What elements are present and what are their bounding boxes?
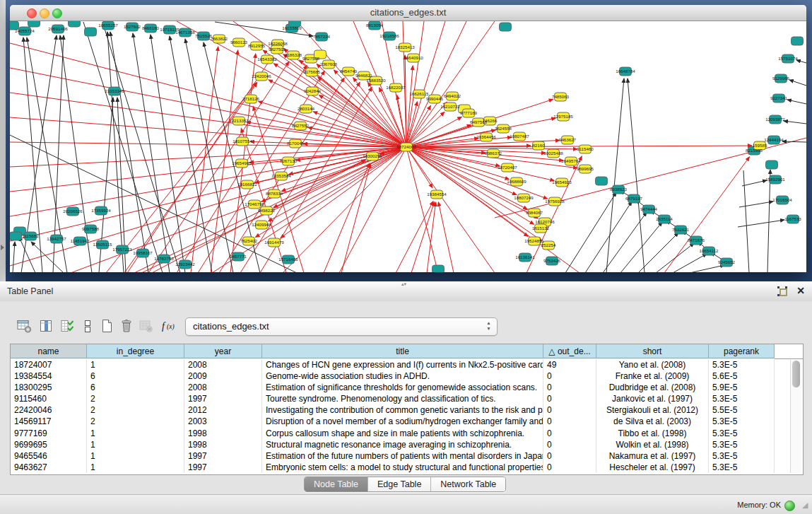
table-cell: 22420046 [11,404,87,416]
graph-node-label: 19166822 [237,182,257,187]
import-table-disabled-icon[interactable] [138,318,155,334]
graph-node-label: 7485063 [552,94,570,99]
tab-network-table[interactable]: Network Table [431,477,505,491]
graph-node-label: 1527602 [124,24,141,29]
graph-node[interactable] [10,232,22,240]
function-icon[interactable]: f(x) [160,318,177,334]
column-header-name[interactable]: name [11,344,87,358]
graph-node-label: 10807487 [510,134,529,139]
table-cell: Dudbridge et al. (2008) [596,382,709,393]
graph-node-label: 24055724 [15,28,35,33]
column-header-pagerank[interactable]: pagerank [709,344,775,358]
graph-node-label: 6879197 [625,196,643,201]
graph-node-label: 18724007 [396,144,416,149]
graph-node-label: 9097588 [82,226,100,231]
graph-node-label: 16822037 [386,85,406,90]
table-cell: 5.9E-5 [709,382,775,393]
panel-expander-icon[interactable] [1,245,4,250]
graph-node[interactable] [28,21,40,27]
graph-node-label: 7986372 [485,151,502,156]
graph-node-label: 20364456 [476,134,496,139]
table-cell: 9463627 [11,462,87,473]
memory-status-icon[interactable] [784,501,795,511]
graph-node-label: 9457771 [230,254,247,259]
table-cell: 1 [87,428,184,439]
table-cell: 14569117 [11,416,87,427]
column-header-short[interactable]: short [596,344,709,358]
table-cell: 5.5E-5 [709,404,775,416]
table-row[interactable]: 946554611997Estimation of the future num… [11,450,803,462]
network-canvas[interactable]: 2405572420691406106552571527602846616010… [10,21,806,272]
graph-node[interactable] [792,37,804,45]
graph-node[interactable] [433,265,445,272]
graph-node-label: 18107554 [233,139,252,144]
table-check-icon[interactable] [59,318,76,334]
table-cell: 5.3E-5 [709,416,775,427]
table-cell: Yano et al. (2008) [596,359,709,370]
graph-node[interactable] [766,160,778,169]
table-row[interactable]: 911546021997Tourette syndrome. Phenomeno… [11,393,803,404]
graph-node-label: 9827503 [269,47,286,52]
column-narrow-icon[interactable] [79,318,96,334]
float-window-icon[interactable] [777,286,788,297]
table-cell: Embryonic stem cells: a model to study s… [262,462,543,473]
column-header-in_degree[interactable]: in_degree [87,344,184,358]
graph-node-label: 14671358 [175,30,195,35]
table-row[interactable]: 977716911998Corpus callosum shape and si… [11,428,803,439]
tab-edge-table[interactable]: Edge Table [368,477,431,491]
graph-node-label: 8267130 [280,158,298,163]
graph-node[interactable] [596,177,608,185]
new-document-icon[interactable] [98,318,115,334]
tab-node-table[interactable]: Node Table [305,477,368,491]
resize-grip-icon[interactable]: ◢ [802,501,811,509]
splitter-grip-icon[interactable]: ▴▾ [401,282,410,286]
close-panel-icon[interactable]: ✕ [794,284,807,298]
table-cell: 0 [543,416,596,427]
graph-node-label: 82160 [532,143,545,148]
graph-node[interactable] [69,21,81,27]
table-row[interactable]: 946362711997Embryonic stem cells: a mode… [11,462,803,473]
table-settings-icon[interactable] [16,318,33,334]
graph-node-label: 6494022 [444,93,461,98]
table-row[interactable]: 1830029562008Estimation of significance … [11,382,803,393]
graph-node[interactable] [500,23,512,31]
graph-node-label: 16136141 [515,255,535,259]
table-row[interactable]: 969969511998Structural magnetic resonanc… [11,439,803,450]
table-cell: 0 [543,370,596,382]
graph-node-label: 1115682 [22,233,39,238]
graph-node[interactable] [85,28,97,36]
table-cell: 0 [543,393,596,404]
trash-icon[interactable] [118,318,135,334]
graph-node-label: 12444194 [764,137,784,142]
table-cell: Nakamura et al. (1997) [596,450,709,462]
svg-text:(x): (x) [167,323,175,331]
table-cell: 0 [543,382,596,393]
graph-node-label: 2935114 [656,216,673,221]
window-titlebar[interactable]: citations_edges.txt [10,5,806,21]
table-cell: Changes of HCN gene expression and I(f) … [262,359,543,370]
table-row[interactable]: 1456911722003Disruption of a novel membe… [11,416,803,427]
scrollbar-thumb[interactable] [792,361,800,387]
column-header-title[interactable]: title [262,344,543,358]
graph-node-label: 10655257 [98,23,118,28]
column-header-year[interactable]: year [184,344,262,358]
column-header-out_degree[interactable]: △ out_de... [543,344,596,358]
table-cell: 5.3E-5 [709,428,775,439]
network-view-window[interactable]: citations_edges.txt 24055724206914061065… [10,5,806,272]
memory-status-label: Memory: OK [737,495,781,514]
graph-node-label: 20691406 [48,26,68,31]
table-cell: 9699695 [11,439,87,450]
table-cell: Hescheler et al. (1997) [596,462,709,473]
table-cell: Investigating the contribution of common… [262,404,543,416]
graph-node-label: 12213353 [229,118,249,123]
table-column-icon[interactable] [37,318,54,334]
table-row[interactable]: 2242004622012Investigating the contribut… [11,404,803,416]
graph-node-label: 8215955 [746,148,763,153]
table-cell: Genome-wide association studies in ADHD. [262,370,543,382]
table-row[interactable]: 1938455462009Genome-wide association stu… [11,370,803,382]
vertical-scrollbar[interactable] [790,360,801,473]
table-cell: 0 [543,404,596,416]
table-selector[interactable]: citations_edges.txt ▲▼ [185,317,498,336]
table-cell: 2009 [184,370,262,382]
table-row[interactable]: 1872400712008Changes of HCN gene express… [11,359,803,370]
